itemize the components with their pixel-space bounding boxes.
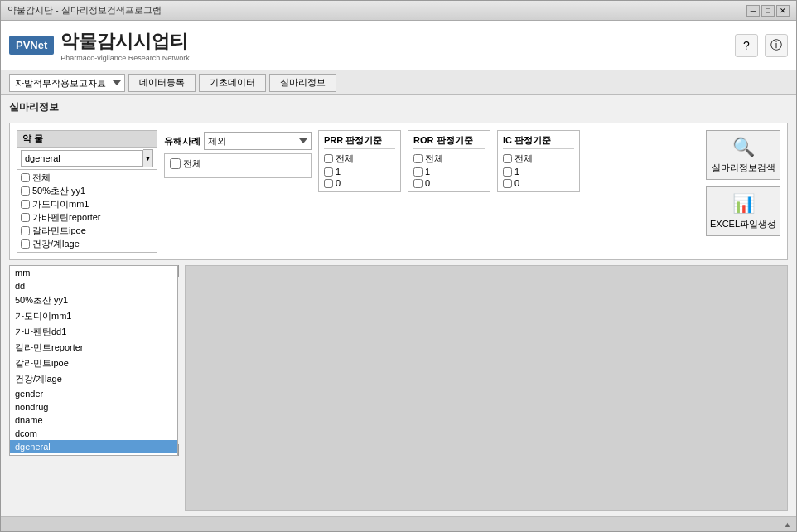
dropdown-open-container: mmdd50%초산 yy1가도디이mm1가바펜틴dd1갈라민트reporter갈… (9, 265, 178, 456)
action-buttons: 🔍 실마리정보검색 📊 EXCEL파일생성 (706, 130, 780, 236)
drug-dropdown-arrow[interactable]: ▼ (143, 149, 153, 167)
drug-item-label: 50%초산 yy1 (32, 185, 85, 197)
main-window: 약물감시단 - 실마리정보검색프로그램 ─ □ ✕ PVNet 악물감시시업티 … (0, 0, 797, 532)
dropdown-list-item[interactable]: 갈라민트reporter (10, 340, 177, 355)
info-button[interactable]: ⓘ (765, 34, 788, 57)
status-text: ▲ (784, 520, 791, 529)
logo-main-text: 악물감시시업티 (60, 29, 190, 54)
ror-item-label: 0 (425, 178, 430, 188)
drug-item-label: 갈라민트ipoe (32, 225, 86, 237)
drug-item-label: 건강/계lage (32, 238, 80, 250)
adverse-event-label: 유해사례 (164, 135, 200, 148)
dropdown-list-item[interactable]: general (10, 453, 177, 456)
prr-criteria-item: 0 (324, 178, 395, 188)
prr-item-label: 전체 (336, 152, 354, 165)
results-area (185, 265, 788, 511)
help-button[interactable]: ? (735, 34, 758, 57)
main-content: 실마리정보 약 물 ▼ 전체50%초산 yy1가도디이mm1가바펜틴report… (1, 95, 796, 516)
ror-criteria-title: ROR 판정기준 (413, 134, 485, 149)
drug-list-item: 가바펜틴reporter (21, 211, 153, 224)
prr-checkbox[interactable] (324, 179, 333, 188)
ic-criteria-title: IC 판정기준 (503, 134, 574, 149)
title-bar: 약물감시단 - 실마리정보검색프로그램 ─ □ ✕ (1, 1, 796, 21)
dropdown-list-item[interactable]: nondrug (10, 400, 177, 414)
prr-criteria-title: PRR 판정기준 (324, 134, 395, 149)
drug-item-checkbox[interactable] (21, 186, 30, 196)
prr-checkbox[interactable] (324, 167, 333, 177)
dropdown-list-item[interactable]: 가바펜틴dd1 (10, 324, 177, 340)
dropdown-list-item[interactable]: dgeneral (10, 440, 177, 453)
ic-criteria-item: 1 (503, 167, 574, 177)
logo-abbr: PVNet (9, 36, 54, 55)
ic-item-label: 0 (514, 178, 519, 188)
ror-checkbox[interactable] (413, 179, 423, 188)
base-data-button[interactable]: 기초데이터 (199, 74, 266, 92)
drug-item-checkbox[interactable] (21, 173, 30, 182)
logo-sub-text: Pharmaco-vigilance Research Network (60, 54, 190, 62)
ror-checkbox[interactable] (413, 154, 423, 163)
window-controls: ─ □ ✕ (746, 5, 790, 17)
drug-item-checkbox[interactable] (21, 213, 30, 222)
dropdown-list-item[interactable]: 건강/계lage (10, 371, 177, 387)
ror-checkbox[interactable] (413, 167, 423, 177)
filter-row: 약 물 ▼ 전체50%초산 yy1가도디이mm1가바펜틴reporter갈라민트… (17, 130, 780, 253)
ror-criteria-item: 0 (413, 178, 485, 188)
ic-criteria-box: IC 판정기준 전체10 (497, 130, 580, 192)
minimize-button[interactable]: ─ (746, 5, 760, 17)
adverse-list-box: 전체 (164, 153, 312, 178)
header-icons: ? ⓘ (735, 34, 788, 57)
dropdown-list-item[interactable]: 가도디이mm1 (10, 308, 177, 324)
excel-icon: 📊 (732, 193, 755, 215)
dropdown-list-item[interactable]: dd (10, 279, 177, 293)
prr-checkbox[interactable] (324, 154, 333, 163)
window-title: 약물감시단 - 실마리정보검색프로그램 (7, 4, 162, 17)
prr-item-label: 1 (336, 167, 341, 177)
dropdown-list: mmdd50%초산 yy1가도디이mm1가바펜틴dd1갈라민트reporter갈… (9, 265, 178, 456)
ror-item-label: 전체 (425, 152, 443, 165)
search-icon: 🔍 (732, 137, 755, 158)
ror-criteria-item: 1 (413, 167, 485, 177)
ic-checkbox[interactable] (503, 154, 512, 163)
ror-criteria-item: 전체 (413, 152, 485, 165)
dropdown-list-item[interactable]: 갈라민트ipoe (10, 355, 177, 371)
logo-area: PVNet 악물감시시업티 Pharmaco-vigilance Researc… (9, 29, 190, 62)
adverse-event-select[interactable]: 전체제외 (204, 132, 312, 150)
lower-area: mmdd50%초산 yy1가도디이mm1가바펜틴dd1갈라민트reporter갈… (9, 265, 788, 511)
drug-list-items: 전체50%초산 yy1가도디이mm1가바펜틴reporter갈라민트ipoe건강… (17, 170, 157, 252)
drug-item-label: 가도디이mm1 (32, 198, 89, 210)
drug-item-checkbox[interactable] (21, 200, 30, 209)
search-summary-button[interactable]: 🔍 실마리정보검색 (706, 130, 780, 180)
drug-item-checkbox[interactable] (21, 239, 30, 249)
logo-title: 악물감시시업티 Pharmaco-vigilance Research Netw… (60, 29, 190, 62)
drug-dropdown-input[interactable] (21, 150, 143, 167)
drug-item-checkbox[interactable] (21, 226, 30, 235)
ror-criteria-box: ROR 판정기준 전체10 (408, 130, 490, 192)
drug-item-label: 가바펜틴reporter (32, 211, 101, 224)
drug-list-item: 건강/계lage (21, 238, 153, 250)
dropdown-list-item[interactable]: gender (10, 387, 177, 400)
dropdown-list-item[interactable]: dcom (10, 427, 177, 440)
drug-list-area: 약 물 ▼ 전체50%초산 yy1가도디이mm1가바펜틴reporter갈라민트… (17, 130, 157, 253)
ic-item-label: 1 (514, 167, 519, 177)
excel-export-button[interactable]: 📊 EXCEL파일생성 (706, 186, 780, 236)
drug-list-header: 약 물 (17, 131, 157, 148)
ic-item-label: 전체 (514, 152, 533, 165)
nav-bar: 자발적부작용보고자료 데이터등록 기초데이터 실마리정보 (1, 70, 796, 95)
adverse-all-checkbox[interactable] (170, 158, 181, 169)
summary-button[interactable]: 실마리정보 (269, 74, 336, 92)
ic-criteria-item: 전체 (503, 152, 574, 165)
ic-checkbox[interactable] (503, 167, 512, 177)
dropdown-list-item[interactable]: 50%초산 yy1 (10, 293, 177, 308)
search-summary-label: 실마리정보검색 (712, 162, 775, 174)
ic-checkbox[interactable] (503, 179, 512, 188)
data-register-button[interactable]: 데이터등록 (128, 74, 196, 92)
maximize-button[interactable]: □ (761, 5, 775, 17)
close-button[interactable]: ✕ (776, 5, 790, 17)
section-title: 실마리정보 (9, 100, 788, 114)
dropdown-list-item[interactable]: mm (10, 266, 177, 279)
prr-item-label: 0 (336, 178, 341, 188)
drug-list-item: 전체 (21, 172, 153, 184)
dropdown-list-item[interactable]: dname (10, 414, 177, 427)
drug-list-item: 갈라민트ipoe (21, 225, 153, 237)
data-source-select[interactable]: 자발적부작용보고자료 (9, 74, 125, 92)
